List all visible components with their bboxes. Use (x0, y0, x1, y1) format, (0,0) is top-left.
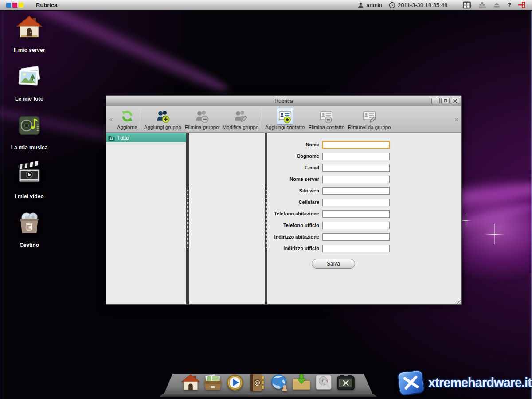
toolbar-button-label: Elimina gruppo (185, 125, 219, 130)
dock-item-system-tools[interactable] (336, 372, 356, 393)
eject-icon[interactable] (493, 1, 501, 8)
logo-square-yellow (19, 3, 23, 8)
dock-item-photos[interactable] (203, 372, 223, 393)
clock-icon (389, 2, 395, 8)
group-list-item-tutto[interactable]: Tutto (106, 133, 186, 142)
trash-icon (16, 210, 42, 236)
contact-remove-icon (319, 109, 333, 123)
minimize-button[interactable] (431, 98, 440, 104)
contact-form: Nome Cognome E-mail Nome server Sito web… (267, 133, 461, 269)
cognome-field[interactable] (322, 153, 390, 160)
toolbar-button-rimuovi-da-gruppo[interactable]: Rimuovi da gruppo (346, 106, 393, 132)
desktop-item-label: Il mio server (14, 47, 45, 53)
telefono-ufficio-field[interactable] (322, 222, 390, 229)
desktop-item-photos[interactable]: Le mie foto (7, 64, 51, 113)
toolbar-separator (262, 108, 262, 130)
field-label-cellulare: Cellulare (267, 200, 322, 205)
dock-item-media-player[interactable] (225, 372, 245, 393)
network-places-icon[interactable] (478, 1, 486, 8)
xtremehardware-logo-icon (397, 369, 425, 396)
field-label-indirizzo-ufficio: Indirizzo ufficio (267, 246, 322, 251)
desktop-item-label: I miei video (15, 193, 43, 200)
logo-square-magenta (12, 3, 17, 8)
toolbar-button-modifica-gruppo[interactable]: Modifica gruppo (221, 106, 261, 132)
toolbar-button-label: Rimuovi da gruppo (348, 125, 391, 130)
server-home-icon (16, 15, 42, 41)
toolbar-button-label: Modifica gruppo (223, 125, 259, 130)
field-label-telefono-abitazione: Telefono abitazione (267, 211, 322, 216)
maximize-button[interactable] (441, 98, 450, 104)
dock-platform-base (160, 394, 377, 397)
toolbar-button-label: Aggiungi gruppo (144, 125, 181, 130)
indirizzo-abitazione-field[interactable] (322, 233, 390, 241)
desktop-item-trash[interactable]: Cestino (7, 210, 51, 259)
desktop-item-label: Cestino (20, 242, 39, 248)
system-tools-icon (336, 372, 356, 393)
field-label-email: E-mail (267, 165, 322, 170)
toolbar-button-elimina-contatto[interactable]: Elimina contatto (306, 106, 346, 132)
toolbar-button-aggiungi-contatto[interactable]: Aggiungi contatto (263, 106, 306, 132)
close-button[interactable] (451, 98, 459, 104)
group-list-panel[interactable]: Tutto (106, 133, 186, 304)
group-list-item-label: Tutto (117, 135, 129, 141)
dock-item-network[interactable] (269, 372, 289, 393)
user-menu[interactable]: admin (357, 2, 382, 8)
group-edit-icon (233, 109, 247, 123)
field-label-nome: Nome (267, 142, 322, 147)
clock: 2011-3-30 18:35:48 (389, 2, 448, 8)
contact-remove-group-icon (362, 109, 376, 123)
music-icon (16, 113, 42, 138)
dock-item-address-book[interactable]: @ (247, 372, 267, 393)
group-remove-icon (195, 109, 209, 123)
windows-grid-icon[interactable] (462, 1, 471, 9)
desktop-item-server[interactable]: Il mio server (7, 15, 51, 64)
field-label-cognome: Cognome (267, 153, 322, 159)
window-titlebar[interactable]: Rubrica (106, 96, 461, 106)
telefono-abitazione-field[interactable] (322, 210, 390, 218)
field-label-sito-web: Sito web (267, 188, 322, 193)
toolbar-button-aggiungi-gruppo[interactable]: Aggiungi gruppo (142, 106, 183, 132)
dock-item-disk-tools[interactable] (313, 372, 334, 393)
cellulare-field[interactable] (322, 199, 390, 206)
screen-edge (0, 0, 0, 399)
nome-server-field[interactable] (322, 176, 390, 183)
watermark: xtremehardware.it (398, 371, 532, 395)
disk-tools-icon (313, 372, 334, 393)
photos-icon (16, 64, 42, 90)
menubar: Rubrica admin 2011-3-30 18:35:48 ? (0, 0, 532, 11)
toolbar-scroll-right[interactable]: » (452, 106, 461, 132)
active-app-title: Rubrica (36, 2, 57, 8)
contact-add-icon (278, 109, 292, 123)
nome-field[interactable] (322, 141, 390, 149)
splitter-handle[interactable] (266, 188, 267, 250)
save-button[interactable]: Salva (312, 259, 355, 269)
logout-icon[interactable] (518, 1, 526, 8)
logo-square-blue (6, 3, 11, 8)
photo-box-icon (203, 372, 223, 393)
panel-splitter[interactable] (186, 133, 189, 304)
refresh-icon (120, 109, 134, 123)
sparkle (484, 224, 505, 244)
field-label-telefono-ufficio: Telefono ufficio (267, 223, 322, 228)
watermark-text: xtremehardware.it (428, 376, 532, 390)
dock: @ (180, 372, 356, 393)
email-field[interactable] (322, 164, 390, 172)
contact-list-panel[interactable] (189, 133, 265, 304)
dock-item-home[interactable] (180, 372, 201, 393)
desktop-item-video[interactable]: I miei video (7, 161, 51, 210)
field-label-nome-server: Nome server (267, 176, 322, 182)
toolbar-button-aggiorna[interactable]: Aggiorna (115, 106, 139, 132)
group-add-icon (156, 109, 170, 123)
splitter-handle[interactable] (187, 188, 188, 250)
toolbar-scroll-left[interactable]: « (106, 106, 115, 132)
video-icon (16, 161, 42, 187)
user-icon (357, 2, 364, 8)
dock-item-download[interactable] (291, 372, 312, 393)
indirizzo-ufficio-field[interactable] (322, 245, 390, 252)
help-icon[interactable]: ? (507, 1, 511, 8)
svg-text:@: @ (254, 379, 260, 386)
rubrica-window: Rubrica « Aggiorna Aggi (106, 95, 462, 305)
toolbar-button-elimina-gruppo[interactable]: Elimina gruppo (183, 106, 221, 132)
desktop-item-music[interactable]: La mia musica (7, 113, 51, 161)
sito-web-field[interactable] (322, 187, 390, 195)
